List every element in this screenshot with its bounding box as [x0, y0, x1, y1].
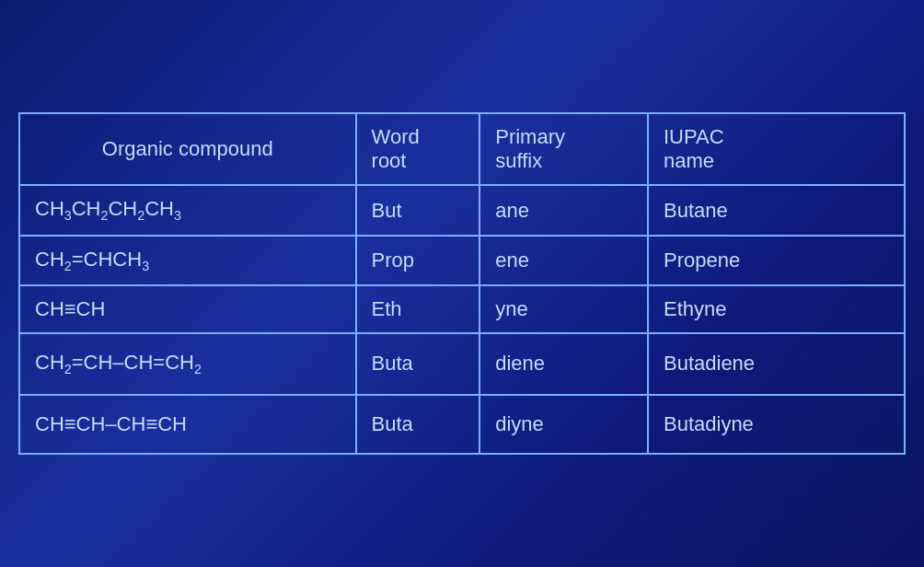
root-cell: But	[356, 185, 480, 235]
header-iupac: IUPACname	[648, 113, 905, 185]
table-row: CH3CH2CH2CH3 But ane Butane	[19, 185, 905, 235]
table-row: CH2=CH–CH=CH2 Buta diene Butadiene	[19, 333, 905, 394]
header-suffix: Primarysuffix	[479, 113, 648, 185]
iupac-cell: Ethyne	[648, 285, 905, 333]
suffix-cell: ane	[479, 185, 648, 235]
compound-cell: CH2=CHCH3	[19, 236, 356, 285]
iupac-cell: Butadiene	[648, 333, 905, 394]
table-row: CH≡CH–CH≡CH Buta diyne Butadiyne	[19, 395, 905, 454]
compound-cell: CH≡CH–CH≡CH	[19, 395, 356, 454]
iupac-cell: Butadiyne	[648, 395, 905, 454]
header-compound: Organic compound	[19, 113, 356, 185]
root-cell: Prop	[356, 236, 480, 285]
compound-cell: CH2=CH–CH=CH2	[19, 333, 356, 394]
suffix-cell: diyne	[479, 395, 648, 454]
compound-cell: CH≡CH	[19, 285, 356, 333]
suffix-cell: yne	[479, 285, 648, 333]
suffix-cell: ene	[479, 236, 648, 285]
header-row: Organic compound Wordroot Primarysuffix …	[19, 113, 905, 185]
root-cell: Buta	[356, 395, 480, 454]
main-container: Organic compound Wordroot Primarysuffix …	[18, 112, 906, 454]
root-cell: Eth	[356, 285, 480, 333]
table-row: CH≡CH Eth yne Ethyne	[19, 285, 905, 333]
root-cell: Buta	[356, 333, 480, 394]
compound-cell: CH3CH2CH2CH3	[19, 185, 356, 235]
organic-compounds-table: Organic compound Wordroot Primarysuffix …	[18, 112, 906, 454]
iupac-cell: Propene	[648, 236, 905, 285]
table-row: CH2=CHCH3 Prop ene Propene	[19, 236, 905, 285]
header-root: Wordroot	[356, 113, 480, 185]
suffix-cell: diene	[479, 333, 648, 394]
iupac-cell: Butane	[648, 185, 905, 235]
